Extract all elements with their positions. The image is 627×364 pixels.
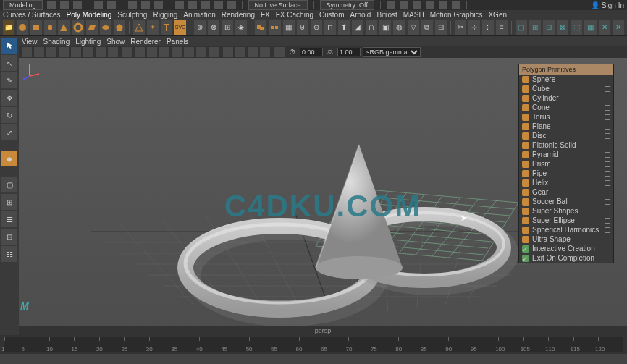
playblast-icon[interactable] <box>439 1 447 9</box>
paint-icon[interactable] <box>154 1 163 9</box>
append-icon[interactable]: ▣ <box>379 20 391 35</box>
primitive-item-soccer-ball[interactable]: Soccer Ball <box>519 197 613 206</box>
new-scene-icon[interactable] <box>47 1 56 9</box>
vt-iso2-icon[interactable] <box>235 47 245 57</box>
options-box-icon[interactable] <box>605 114 610 120</box>
lasso-icon[interactable] <box>141 1 150 9</box>
ipr-icon[interactable] <box>400 1 408 9</box>
options-box-icon[interactable] <box>605 237 610 242</box>
shelf-tab-0[interactable]: Curves / Surfaces <box>3 11 60 19</box>
smooth-icon[interactable]: ▦ <box>283 20 295 35</box>
options-box-icon[interactable] <box>605 96 610 101</box>
vt-shadow-icon[interactable] <box>172 47 182 57</box>
vt-select-icon[interactable] <box>22 47 32 57</box>
multi-cut-icon[interactable]: ✂ <box>455 20 466 35</box>
vt-xrayj-icon[interactable] <box>260 47 270 57</box>
viewport-menu-5[interactable]: Panels <box>167 38 189 46</box>
vt-image-icon[interactable] <box>59 47 69 57</box>
construction-plane-icon[interactable]: ⊕ <box>194 20 206 35</box>
bool-intersect-icon[interactable]: ⊓ <box>324 20 336 35</box>
mirror-icon[interactable]: ⧉ <box>421 20 433 35</box>
mesh3-icon[interactable]: ⊡ <box>543 20 555 35</box>
mesh1-icon[interactable]: ◫ <box>516 20 527 35</box>
bevel-icon[interactable]: ◢ <box>352 20 363 35</box>
hypershade-icon[interactable] <box>426 1 434 9</box>
vt-safe-icon[interactable] <box>108 47 118 57</box>
layout-single-icon[interactable]: ▢ <box>1 177 17 192</box>
snap-point-icon[interactable] <box>201 1 210 9</box>
vt-2d-icon[interactable] <box>71 47 81 57</box>
primitive-item-helix[interactable]: Helix <box>519 178 613 187</box>
primitive-item-super-ellipse[interactable]: Super Ellipse <box>519 216 613 225</box>
poly-disc-icon[interactable] <box>100 20 111 35</box>
insert-edge-icon[interactable]: ≡ <box>496 20 508 35</box>
vt-cam-icon[interactable] <box>34 47 44 57</box>
shelf-tab-3[interactable]: Rigging <box>153 11 177 19</box>
shelf-tab-7[interactable]: FX Caching <box>276 11 314 19</box>
vt-aa-icon[interactable] <box>209 47 219 57</box>
shelf-tab-13[interactable]: XGen <box>488 11 507 19</box>
options-box-icon[interactable] <box>605 199 610 205</box>
render-settings-icon[interactable] <box>413 1 421 9</box>
scale-tool[interactable]: ⤢ <box>1 124 17 140</box>
extrude-icon[interactable]: ⬆ <box>338 20 350 35</box>
snap-curve-icon[interactable] <box>188 1 197 9</box>
connect-icon[interactable]: ⫶ <box>482 20 494 35</box>
vt-xray-icon[interactable] <box>248 47 258 57</box>
shelf-tab-4[interactable]: Animation <box>183 11 215 19</box>
shelf-tab-8[interactable]: Custom <box>319 11 344 19</box>
move-tool[interactable]: ✥ <box>1 90 17 106</box>
primitive-item-pipe[interactable]: Pipe <box>519 169 613 178</box>
live-surface-selector[interactable]: No Live Surface <box>248 0 308 10</box>
options-box-icon[interactable] <box>605 86 610 92</box>
viewport-menu-2[interactable]: Lighting <box>75 38 101 46</box>
options-box-icon[interactable] <box>605 180 610 186</box>
mesh8-icon[interactable]: ✕ <box>613 20 624 35</box>
select-icon[interactable] <box>128 1 137 9</box>
snap-surface-icon[interactable] <box>227 1 236 9</box>
snap-grid-icon[interactable] <box>175 1 184 9</box>
svg-icon[interactable]: ✦ <box>147 20 159 35</box>
primitive-item-disc[interactable]: Disc <box>519 131 613 140</box>
viewport-menu-4[interactable]: Renderer <box>130 38 161 46</box>
poly-plane-icon[interactable] <box>86 20 98 35</box>
layout-four-icon[interactable]: ⊞ <box>1 194 17 210</box>
paint-select-tool[interactable]: ✎ <box>1 72 17 88</box>
shelf-tab-5[interactable]: Rendering <box>222 11 255 19</box>
shelf-tab-6[interactable]: FX <box>261 11 270 19</box>
snap-together-icon[interactable]: ⊗ <box>208 20 219 35</box>
options-box-icon[interactable] <box>605 124 610 130</box>
text-tool-icon[interactable]: T <box>161 20 172 35</box>
vt-light-icon[interactable] <box>159 47 169 57</box>
create-poly-icon[interactable]: ◈ <box>235 20 247 35</box>
shelf-tab-10[interactable]: Bifrost <box>376 11 397 19</box>
primitive-item-torus[interactable]: Torus <box>519 112 613 122</box>
save-scene-icon[interactable] <box>73 1 82 9</box>
options-box-icon[interactable] <box>605 105 610 111</box>
select-tool[interactable] <box>1 38 17 54</box>
redo-icon[interactable] <box>107 1 116 9</box>
viewport-menu-1[interactable]: Shading <box>43 38 70 46</box>
primitive-item-platonic-solid[interactable]: Platonic Solid <box>519 140 613 150</box>
vt-motion-icon[interactable] <box>196 47 206 57</box>
tool-folder-icon[interactable]: 📁 <box>3 20 14 35</box>
shelf-tab-11[interactable]: MASH <box>403 11 424 19</box>
options-box-icon[interactable] <box>605 77 610 82</box>
options-box-icon[interactable] <box>605 161 610 167</box>
primitive-item-interactive-creation[interactable]: ✓Interactive Creation <box>519 244 613 253</box>
primitive-item-cylinder[interactable]: Cylinder <box>519 93 613 103</box>
mesh5-icon[interactable]: ⬚ <box>571 20 582 35</box>
options-box-icon[interactable] <box>605 143 610 148</box>
primitive-item-prism[interactable]: Prism <box>519 159 613 169</box>
signin-button[interactable]: 👤 Sign In <box>591 1 624 9</box>
vt-smooth-icon[interactable] <box>135 47 145 57</box>
open-scene-icon[interactable] <box>60 1 69 9</box>
primitive-item-spherical-harmonics[interactable]: Spherical Harmonics <box>519 225 613 234</box>
vt-scale-input[interactable] <box>337 48 361 56</box>
fill-hole-icon[interactable]: ◍ <box>393 20 405 35</box>
mesh4-icon[interactable]: ⊠ <box>557 20 568 35</box>
options-box-icon[interactable] <box>605 190 610 195</box>
primitive-item-sphere[interactable]: Sphere <box>519 75 613 84</box>
primitive-item-gear[interactable]: Gear <box>519 187 613 197</box>
poly-torus-icon[interactable] <box>72 20 84 35</box>
